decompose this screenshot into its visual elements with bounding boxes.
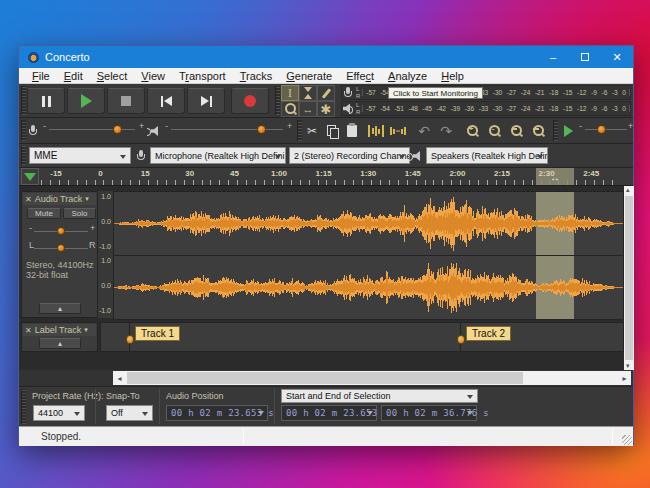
minimize-button[interactable]: –: [537, 46, 569, 68]
label-track-content[interactable]: Track 1Track 2: [100, 322, 624, 352]
edit-toolbar-grabber[interactable]: [297, 120, 302, 141]
menu-item[interactable]: Analyze: [381, 70, 434, 82]
undo-button[interactable]: ↶: [415, 123, 433, 139]
close-track-icon[interactable]: ✕: [25, 195, 32, 204]
recording-channels-dropdown[interactable]: 2 (Stereo) Recording Channels: [289, 147, 410, 164]
vertical-scrollbar[interactable]: ▴ ▾: [624, 186, 634, 370]
recording-meter[interactable]: LR -57-54-51-48-45-42-39-36-33-30-27-24-…: [341, 85, 631, 100]
resize-grip[interactable]: [622, 435, 632, 445]
tools-toolbar-grabber[interactable]: [275, 86, 280, 115]
playback-volume-slider[interactable]: [171, 123, 283, 137]
track-name[interactable]: Audio Track: [35, 194, 83, 204]
menu-item[interactable]: File: [25, 70, 57, 82]
envelope-tool-button[interactable]: [299, 85, 317, 101]
collapse-track-button[interactable]: ▴: [39, 338, 81, 349]
selection-tool-button[interactable]: I: [281, 85, 299, 101]
pinned-play-head-button[interactable]: [21, 168, 39, 185]
menu-item[interactable]: Transport: [172, 70, 233, 82]
trim-audio-button[interactable]: [367, 123, 385, 139]
record-button[interactable]: [231, 88, 269, 114]
menu-item[interactable]: View: [134, 70, 172, 82]
pan-knob[interactable]: [57, 244, 65, 252]
playback-meter[interactable]: LR -57-54-51-48-45-42-39-36-33-30-27-24-…: [341, 101, 631, 116]
stop-button[interactable]: [107, 88, 145, 114]
playback-volume-knob[interactable]: [257, 125, 266, 134]
play-at-speed-grabber[interactable]: [553, 120, 558, 141]
solo-button[interactable]: Solo: [63, 208, 96, 219]
play-speed-knob[interactable]: [597, 125, 606, 134]
audio-host-dropdown[interactable]: MME: [29, 147, 131, 164]
gain-knob[interactable]: [57, 227, 65, 235]
vscroll-thumb[interactable]: [625, 196, 633, 360]
pause-button[interactable]: [27, 88, 65, 114]
close-button[interactable]: ✕: [601, 46, 633, 68]
collapse-track-button[interactable]: ▴: [39, 303, 81, 314]
scroll-left-button[interactable]: ◂: [113, 371, 126, 385]
device-toolbar-grabber[interactable]: [21, 146, 26, 165]
timeline-label: 2:15: [494, 169, 510, 178]
pan-slider[interactable]: [34, 242, 88, 256]
hscroll-thumb[interactable]: [127, 372, 523, 384]
menu-item[interactable]: Edit: [57, 70, 90, 82]
track-menu-dropdown-icon[interactable]: ▾: [84, 326, 88, 334]
paste-button[interactable]: [343, 123, 361, 139]
close-track-icon[interactable]: ✕: [25, 326, 32, 335]
label-marker-icon[interactable]: [457, 335, 465, 344]
mixer-toolbar-grabber[interactable]: [21, 120, 26, 141]
menu-item[interactable]: Select: [90, 70, 135, 82]
silence-audio-button[interactable]: [389, 123, 407, 139]
zoom-tool-button[interactable]: [281, 101, 299, 117]
track-menu-dropdown-icon[interactable]: ▾: [85, 195, 89, 203]
track-format-info: Stereo, 44100Hz: [26, 260, 94, 270]
scroll-down-icon[interactable]: ▾: [626, 362, 630, 370]
recording-device-dropdown[interactable]: Microphone (Realtek High Defini: [150, 147, 286, 164]
label-track-name[interactable]: Label Track: [35, 325, 82, 335]
maximize-button[interactable]: [569, 46, 601, 68]
scroll-right-button[interactable]: ▸: [618, 371, 631, 385]
fit-project-button[interactable]: [529, 123, 547, 139]
fit-selection-button[interactable]: [507, 123, 525, 139]
scroll-up-icon[interactable]: ▴: [626, 186, 630, 194]
selection-start-field[interactable]: 00 h 02 m 23.653 s: [281, 405, 377, 421]
zoom-in-button[interactable]: +: [463, 123, 481, 139]
skip-to-start-button[interactable]: [147, 88, 185, 114]
transport-toolbar-grabber[interactable]: [21, 86, 26, 115]
label-marker-icon[interactable]: [126, 335, 134, 344]
vertical-ruler[interactable]: 1.0 0.0 -1.0 1.0 0.0 -1.0: [98, 191, 113, 318]
label-flag[interactable]: Track 1: [135, 326, 180, 341]
playback-device-dropdown[interactable]: Speakers (Realtek High Definiti: [426, 147, 548, 164]
play-at-speed-button[interactable]: [559, 123, 577, 139]
record-volume-knob[interactable]: [113, 125, 122, 134]
monitoring-tooltip[interactable]: Click to Start Monitoring: [388, 87, 483, 99]
timeshift-tool-button[interactable]: ↔: [299, 101, 317, 117]
menu-item[interactable]: Tracks: [233, 70, 280, 82]
mute-button[interactable]: Mute: [27, 208, 61, 219]
zoom-out-button[interactable]: -: [485, 123, 503, 139]
waveform-channel-left[interactable]: [113, 191, 624, 256]
redo-button[interactable]: ↷: [437, 123, 455, 139]
selection-toolbar-grabber[interactable]: [21, 389, 26, 424]
menu-item[interactable]: Effect: [339, 70, 381, 82]
selection-end-field[interactable]: 00 h 02 m 36.776 s: [381, 405, 477, 421]
waveform-channel-right[interactable]: [113, 255, 624, 320]
record-volume-max: +: [139, 121, 144, 131]
skip-to-end-button[interactable]: [187, 88, 225, 114]
gain-slider[interactable]: [34, 225, 88, 239]
copy-button[interactable]: [323, 123, 341, 139]
audio-position-field[interactable]: 00 h 02 m 23.653 s: [166, 405, 268, 421]
menu-item[interactable]: Generate: [279, 70, 339, 82]
play-button[interactable]: [67, 88, 105, 114]
project-rate-dropdown[interactable]: 44100: [33, 405, 85, 421]
horizontal-scrollbar[interactable]: ◂ ▸: [113, 371, 631, 385]
draw-tool-button[interactable]: [317, 85, 335, 101]
titlebar[interactable]: Concerto – ✕: [19, 46, 633, 68]
snap-to-dropdown[interactable]: Off: [106, 405, 153, 421]
menu-item[interactable]: Help: [434, 70, 471, 82]
record-volume-slider[interactable]: [49, 123, 135, 137]
play-speed-slider[interactable]: [585, 123, 627, 137]
label-flag[interactable]: Track 2: [466, 326, 511, 341]
selection-range-mode-dropdown[interactable]: Start and End of Selection: [281, 389, 478, 403]
multi-tool-button[interactable]: ✱: [317, 101, 335, 117]
cut-button[interactable]: ✂: [303, 123, 321, 139]
timeline-ruler[interactable]: ↔ -1501530451:001:151:301:452:002:152:30…: [19, 168, 633, 186]
